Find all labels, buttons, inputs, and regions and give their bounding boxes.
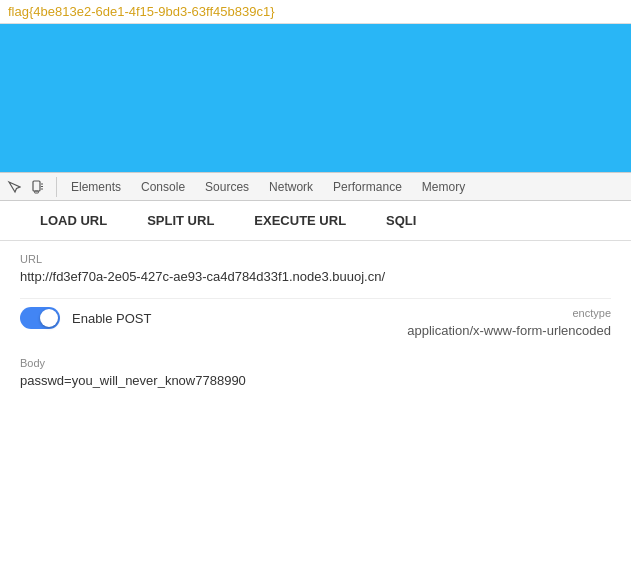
separator-1 xyxy=(20,298,611,299)
tab-console[interactable]: Console xyxy=(131,173,195,201)
body-field-group: Body passwd=you_will_never_know7788990 xyxy=(20,357,611,388)
enctype-label: enctype xyxy=(407,307,611,319)
devtools-toolbar: Elements Console Sources Network Perform… xyxy=(0,173,631,201)
flag-text: flag{4be813e2-6de1-4f15-9bd3-63ff45b839c… xyxy=(8,4,275,19)
post-enctype-row: Enable POST enctype application/x-www-fo… xyxy=(20,307,611,343)
svg-rect-1 xyxy=(35,191,39,193)
tab-sources[interactable]: Sources xyxy=(195,173,259,201)
devtools-panel: Elements Console Sources Network Perform… xyxy=(0,172,631,414)
enable-post-label: Enable POST xyxy=(72,311,152,326)
devtools-tabs: Elements Console Sources Network Perform… xyxy=(61,173,475,200)
enctype-value: application/x-www-form-urlencoded xyxy=(407,323,611,338)
url-value: http://fd3ef70a-2e05-427c-ae93-ca4d784d3… xyxy=(20,269,611,284)
plugin-tab-split-url[interactable]: SPLIT URL xyxy=(127,201,234,241)
tab-memory[interactable]: Memory xyxy=(412,173,475,201)
enable-post-toggle[interactable] xyxy=(20,307,60,329)
enctype-group: enctype application/x-www-form-urlencode… xyxy=(407,307,611,338)
flag-bar: flag{4be813e2-6de1-4f15-9bd3-63ff45b839c… xyxy=(0,0,631,24)
plugin-tab-sqli[interactable]: SQLI xyxy=(366,201,436,241)
toolbar-icons xyxy=(4,177,57,197)
plugin-tab-execute-url[interactable]: EXECUTE URL xyxy=(234,201,366,241)
tab-elements[interactable]: Elements xyxy=(61,173,131,201)
toggle-track xyxy=(20,307,60,329)
plugin-content: URL http://fd3ef70a-2e05-427c-ae93-ca4d7… xyxy=(0,241,631,414)
svg-rect-0 xyxy=(33,181,40,191)
cursor-icon[interactable] xyxy=(4,177,24,197)
plugin-tabs: LOAD URL SPLIT URL EXECUTE URL SQLI xyxy=(0,201,631,241)
page-content-area xyxy=(0,24,631,172)
body-label: Body xyxy=(20,357,611,369)
tab-performance[interactable]: Performance xyxy=(323,173,412,201)
toggle-thumb xyxy=(40,309,58,327)
url-field-group: URL http://fd3ef70a-2e05-427c-ae93-ca4d7… xyxy=(20,253,611,284)
body-value: passwd=you_will_never_know7788990 xyxy=(20,373,611,388)
url-label: URL xyxy=(20,253,611,265)
device-icon[interactable] xyxy=(28,177,48,197)
toggle-row: Enable POST xyxy=(20,307,152,329)
plugin-tab-load-url[interactable]: LOAD URL xyxy=(20,201,127,241)
tab-network[interactable]: Network xyxy=(259,173,323,201)
